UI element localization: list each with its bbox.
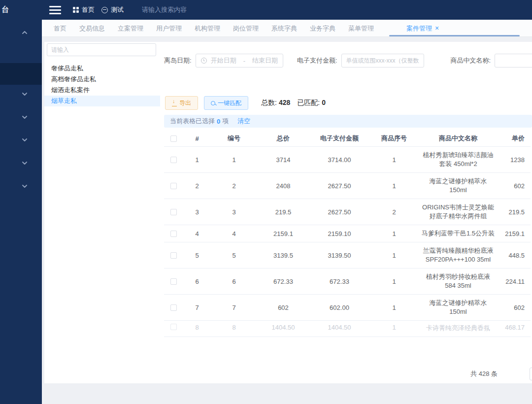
date-separator: - — [243, 57, 245, 65]
cell-name: 海蓝之谜修护精萃水 150ml — [419, 295, 497, 321]
tree-search-input[interactable] — [47, 43, 156, 56]
tab-9[interactable]: 菜单管理 — [348, 20, 374, 37]
cell-epay: 3139.50 — [310, 242, 369, 269]
export-button[interactable]: 导出 — [165, 96, 198, 110]
clear-selection-link[interactable]: 清空 — [237, 117, 250, 126]
tab-8[interactable]: 业务字典 — [310, 20, 335, 37]
tree-item-3[interactable]: 烟酒走私案件 — [44, 85, 160, 96]
tab-3[interactable]: 立案管理 — [118, 20, 143, 37]
product-name-filter-label: 商品中文名称: — [451, 56, 491, 65]
cell-unit: 2159.1 — [497, 225, 531, 242]
cell-name: 兰蔻菁纯臻颜精华粉底液SPF20PA+++100 35ml — [419, 242, 497, 269]
row-checkbox[interactable] — [170, 324, 177, 330]
cell-code: 6 — [211, 269, 257, 295]
one-key-match-button[interactable]: 一键匹配 — [204, 96, 248, 110]
cell-code: 5 — [211, 242, 257, 269]
table-header-row: #编号总价电子支付金额商品序号商品中文名称单价 — [164, 131, 531, 147]
menu-collapse-icon[interactable] — [49, 6, 61, 14]
chevron-up-icon[interactable] — [21, 29, 29, 36]
chevron-down-icon[interactable] — [21, 90, 29, 98]
chevron-down-icon[interactable] — [21, 136, 29, 144]
row-checkbox[interactable] — [170, 157, 177, 163]
tab-1[interactable]: 首页 — [54, 20, 66, 37]
cell-unit: 219.5 — [497, 199, 531, 225]
tab-5[interactable]: 机构管理 — [195, 20, 220, 37]
grid-icon — [73, 7, 79, 13]
table-row: 442159.12159.101马爹利蓝带干邑1.5公升装2159.1 — [164, 225, 531, 242]
tree-item-2[interactable]: 高档奢侈品走私 — [44, 74, 160, 85]
select-all-checkbox[interactable] — [170, 135, 177, 142]
tab-6[interactable]: 岗位管理 — [233, 20, 259, 37]
row-checkbox-cell — [164, 295, 183, 321]
row-checkbox[interactable] — [170, 304, 177, 311]
cell-unit: 1238 — [497, 147, 531, 173]
page-size-select[interactable] — [530, 368, 532, 380]
date-filter-label: 离岛日期: — [164, 56, 192, 65]
cell-index: 4 — [183, 225, 211, 242]
date-end-placeholder: 结束日期 — [252, 56, 278, 65]
cell-code: 4 — [211, 225, 257, 242]
cell-index: 3 — [183, 199, 211, 225]
selection-count: 0 — [217, 118, 220, 125]
cell-unit: 602 — [497, 173, 531, 199]
clock-icon — [201, 58, 207, 64]
cell-code: 8 — [211, 321, 257, 337]
cell-index: 2 — [183, 173, 211, 199]
amount-filter-input[interactable] — [341, 54, 424, 67]
chevron-down-icon[interactable] — [21, 182, 29, 190]
sidebar-active-item[interactable] — [0, 63, 42, 85]
tab-2[interactable]: 交易信息 — [79, 20, 105, 37]
tree-item-4[interactable]: 烟草走私 — [44, 96, 160, 106]
download-icon — [172, 101, 177, 105]
cell-unit: 468.17 — [497, 321, 531, 337]
cell-total: 672.33 — [257, 269, 310, 295]
cell-epay: 672.33 — [310, 269, 369, 295]
column-header-code: 编号 — [211, 131, 257, 147]
cell-code: 3 — [211, 199, 257, 225]
topbar-home-link[interactable]: 首页 — [73, 0, 95, 20]
tree-item-1[interactable]: 奢侈品走私 — [44, 63, 160, 74]
tab-10[interactable]: 案件管理× — [406, 20, 439, 37]
header-checkbox-cell — [164, 131, 183, 147]
tree-list: 奢侈品走私高档奢侈品走私烟酒走私案件烟草走私 — [44, 63, 160, 106]
chevron-down-icon[interactable] — [21, 113, 29, 121]
row-checkbox[interactable] — [170, 183, 177, 189]
tab-4[interactable]: 用户管理 — [156, 20, 182, 37]
row-checkbox[interactable] — [170, 252, 177, 259]
cell-code: 1 — [211, 147, 257, 173]
cell-name: 植村秀新琥珀臻萃洁颜油套装 450ml*2 — [419, 147, 497, 173]
tab-label: 用户管理 — [156, 20, 182, 37]
cell-epay: 3714.00 — [310, 147, 369, 173]
column-header-total: 总价 — [257, 131, 310, 147]
global-search-input[interactable]: 请输入搜索内容 — [142, 0, 187, 20]
tab-close-icon[interactable]: × — [435, 25, 439, 32]
row-checkbox[interactable] — [170, 209, 177, 215]
selection-prefix: 当前表格已选择 — [170, 117, 215, 126]
cell-name: 植村秀羽纱持妆粉底液 584 35ml — [419, 269, 497, 295]
cell-index: 5 — [183, 242, 211, 269]
cell-total: 2408 — [257, 173, 310, 199]
search-icon — [211, 101, 215, 105]
product-name-filter-input[interactable] — [495, 54, 532, 67]
cell-name: 海蓝之谜修护精萃水 150ml — [419, 173, 497, 199]
cell-seq: 1 — [369, 242, 419, 269]
table-row: 1137143714.001植村秀新琥珀臻萃洁颜油套装 450ml*21238 — [164, 147, 531, 173]
cell-total: 602 — [257, 295, 310, 321]
row-checkbox[interactable] — [170, 231, 177, 237]
row-checkbox-cell — [164, 147, 183, 173]
circle-minus-icon — [101, 7, 108, 13]
topbar-test-tag[interactable]: 测试 — [101, 0, 124, 20]
left-sidebar — [0, 20, 42, 404]
row-checkbox[interactable] — [170, 278, 177, 285]
tab-bar: 首页交易信息立案管理用户管理机构管理岗位管理系统字典业务字典菜单管理案件管理× — [42, 20, 532, 37]
cell-epay: 2159.10 — [310, 225, 369, 242]
tab-7[interactable]: 系统字典 — [271, 20, 297, 37]
cell-seq: 2 — [369, 199, 419, 225]
chevron-down-icon[interactable] — [21, 159, 29, 167]
cell-total: 1404.50 — [257, 321, 310, 337]
tab-label: 业务字典 — [310, 20, 335, 37]
one-key-match-label: 一键匹配 — [218, 99, 241, 107]
cell-name: 卡诗菁纯亮泽经典香氛 — [419, 321, 497, 337]
cell-seq: 1 — [369, 269, 419, 295]
date-range-picker[interactable]: 开始日期 - 结束日期 — [196, 54, 283, 67]
